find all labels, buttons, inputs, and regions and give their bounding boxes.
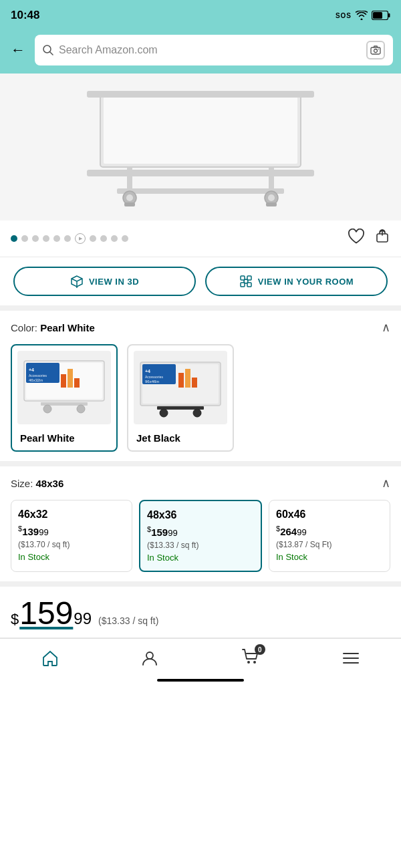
svg-point-53 xyxy=(253,661,256,664)
search-bar[interactable]: Search Amazon.com xyxy=(35,35,393,65)
dot-3[interactable] xyxy=(32,235,39,242)
color-jet-black-image: +4 Accessories 96x46in xyxy=(134,351,227,424)
price-footer: $ 159 99 ($13.33 / sq ft) xyxy=(0,587,401,638)
color-section: Color: Pearl White ∧ +4 Accessories 46x3… xyxy=(0,311,401,466)
size-option-60x46[interactable]: 60x46 $26499 ($13.87 / Sq Ft) In Stock xyxy=(269,500,390,572)
svg-rect-22 xyxy=(241,276,245,280)
image-dots-row: ▶ xyxy=(0,221,401,257)
color-option-pearl-white[interactable]: +4 Accessories 46x32in Pearl White xyxy=(11,344,118,452)
svg-text:46x32in: 46x32in xyxy=(29,378,43,382)
svg-rect-14 xyxy=(117,188,284,194)
dot-2[interactable] xyxy=(21,235,28,242)
cart-badge-container: 0 xyxy=(241,648,260,668)
svg-rect-25 xyxy=(247,283,251,287)
product-illustration xyxy=(0,74,401,221)
size-stock-46x32: In Stock xyxy=(18,552,125,562)
wishlist-button[interactable] xyxy=(348,229,365,249)
svg-point-38 xyxy=(77,405,85,413)
bottom-nav: 0 xyxy=(0,638,401,675)
dot-10[interactable] xyxy=(111,235,118,242)
size-option-48x36[interactable]: 48x36 $15999 ($13.33 / sq ft) In Stock xyxy=(139,500,262,572)
price-cents: 99 xyxy=(74,609,92,628)
camera-search-button[interactable] xyxy=(366,41,385,59)
3d-icon xyxy=(70,275,84,288)
svg-point-37 xyxy=(43,405,51,413)
svg-rect-20 xyxy=(266,202,277,206)
price-symbol: $ xyxy=(11,612,19,627)
svg-rect-47 xyxy=(192,378,197,388)
product-image-area xyxy=(0,74,401,221)
svg-rect-2 xyxy=(373,12,382,19)
svg-point-50 xyxy=(193,409,201,417)
dot-1[interactable] xyxy=(11,235,17,242)
dot-8[interactable] xyxy=(90,235,96,242)
nav-cart[interactable]: 0 xyxy=(228,645,273,671)
svg-text:Accessories: Accessories xyxy=(145,375,163,379)
size-name-46x32: 46x32 xyxy=(18,509,125,521)
selected-color: Pearl White xyxy=(40,322,95,333)
selected-size: 48x36 xyxy=(36,478,64,489)
color-section-header: Color: Pearl White ∧ xyxy=(11,320,390,335)
view-3d-label: VIEW IN 3D xyxy=(89,277,139,287)
size-option-46x32[interactable]: 46x32 $13999 ($13.70 / sq ft) In Stock xyxy=(11,500,132,572)
size-options: 46x32 $13999 ($13.70 / sq ft) In Stock 4… xyxy=(0,500,401,572)
svg-point-49 xyxy=(160,409,168,417)
size-section: Size: 48x36 ∧ 46x32 $13999 ($13.70 / sq … xyxy=(0,466,401,587)
search-icon xyxy=(43,45,53,55)
view-in-room-button[interactable]: VIEW IN YOUR ROOM xyxy=(205,267,388,296)
color-options: +4 Accessories 46x32in Pearl White xyxy=(11,344,390,452)
size-persqft-48x36: ($13.33 / sq ft) xyxy=(147,541,254,550)
color-chevron-icon[interactable]: ∧ xyxy=(382,320,390,335)
size-name-60x46: 60x46 xyxy=(276,509,383,521)
svg-rect-11 xyxy=(87,170,314,176)
dot-video[interactable]: ▶ xyxy=(75,233,86,244)
svg-rect-1 xyxy=(388,13,390,17)
svg-text:96x46in: 96x46in xyxy=(145,380,159,384)
size-section-header: Size: 48x36 ∧ xyxy=(11,476,390,490)
size-stock-48x36: In Stock xyxy=(147,553,254,563)
svg-rect-23 xyxy=(247,276,251,280)
svg-point-16 xyxy=(126,194,133,201)
search-bar-container: ← Search Amazon.com xyxy=(0,29,401,74)
dot-11[interactable] xyxy=(122,235,128,242)
svg-point-52 xyxy=(247,661,250,664)
nav-menu[interactable] xyxy=(329,648,373,668)
nav-account[interactable] xyxy=(128,647,172,670)
svg-text:Accessories: Accessories xyxy=(29,374,47,378)
share-button[interactable] xyxy=(374,229,390,249)
menu-icon xyxy=(342,651,360,666)
home-icon xyxy=(41,649,59,667)
dot-6[interactable] xyxy=(64,235,71,242)
wifi-icon xyxy=(356,11,368,20)
nav-home[interactable] xyxy=(28,647,72,670)
size-chevron-icon[interactable]: ∧ xyxy=(382,476,390,490)
color-option-jet-black[interactable]: +4 Accessories 96x46in Jet Black xyxy=(127,344,234,452)
status-icons: SOS xyxy=(336,11,390,20)
price-per-sqft: ($13.33 / sq ft) xyxy=(98,615,158,626)
size-name-48x36: 48x36 xyxy=(147,509,254,521)
svg-rect-35 xyxy=(74,378,80,388)
ar-buttons-row: VIEW IN 3D VIEW IN YOUR ROOM xyxy=(0,257,401,311)
view-in-3d-button[interactable]: VIEW IN 3D xyxy=(13,267,196,296)
battery-icon xyxy=(372,11,390,20)
back-button[interactable]: ← xyxy=(8,39,28,61)
search-placeholder: Search Amazon.com xyxy=(59,44,361,56)
svg-rect-33 xyxy=(61,374,66,388)
svg-rect-45 xyxy=(178,373,184,388)
ar-icon xyxy=(239,275,253,288)
dot-5[interactable] xyxy=(53,235,60,242)
size-persqft-46x32: ($13.70 / sq ft) xyxy=(18,540,125,549)
dot-9[interactable] xyxy=(100,235,107,242)
size-label: Size: 48x36 xyxy=(11,478,63,489)
account-icon xyxy=(141,649,158,667)
svg-line-4 xyxy=(50,52,53,55)
svg-point-51 xyxy=(146,652,153,659)
svg-rect-24 xyxy=(241,283,245,287)
view-in-room-label: VIEW IN YOUR ROOM xyxy=(258,277,354,287)
size-stock-60x46: In Stock xyxy=(276,552,383,562)
svg-point-7 xyxy=(378,49,380,50)
size-price-46x32: $13999 xyxy=(18,525,125,537)
dot-4[interactable] xyxy=(43,235,49,242)
sos-label: SOS xyxy=(336,12,352,19)
size-price-60x46: $26499 xyxy=(276,525,383,537)
